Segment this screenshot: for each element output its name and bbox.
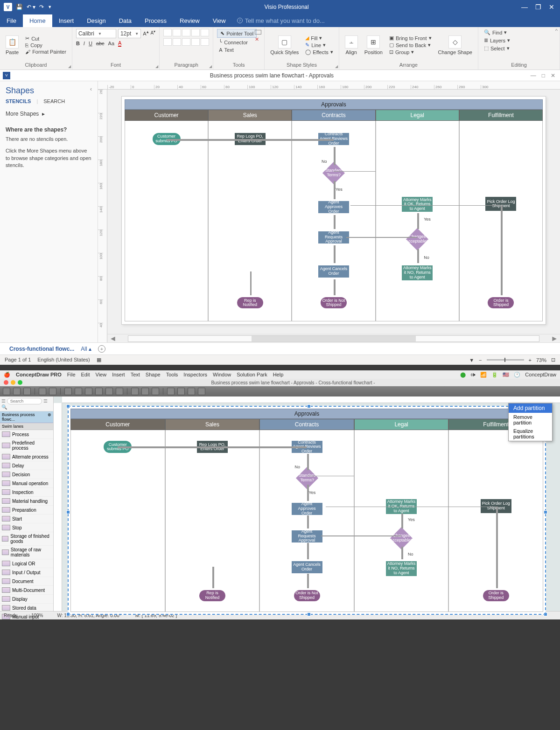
ellipse-icon[interactable] — [116, 388, 123, 395]
paste-button[interactable]: 📋 Paste — [4, 35, 21, 55]
zoom-in-icon[interactable]: + — [529, 357, 532, 363]
wifi-icon[interactable]: 📶 — [480, 372, 487, 378]
library-item[interactable]: Stored data — [0, 604, 53, 612]
stencils-tab[interactable]: STENCILS — [6, 98, 31, 104]
resize-handle[interactable] — [544, 510, 547, 514]
cut-button[interactable]: ✂Cut — [23, 35, 68, 42]
flowchart-shape[interactable]: Attorney Marks it OK, Returns to Agent — [402, 197, 433, 212]
library-item[interactable]: Decision — [0, 470, 53, 479]
align-bottom-icon[interactable] — [182, 29, 190, 36]
quick-styles-button[interactable]: ▢Quick Styles — [268, 35, 301, 55]
menu-tools[interactable]: Tools — [166, 372, 178, 377]
menu-edit[interactable]: Edit — [81, 372, 90, 377]
zoom-in-icon[interactable] — [131, 388, 139, 395]
dialog-launcher-icon[interactable]: ◢ — [335, 64, 338, 69]
canvas[interactable]: ApprovalsCustomerSalesContractsLegalFulf… — [107, 90, 560, 334]
collapse-pane-icon[interactable]: ‹ — [90, 86, 92, 92]
lane-header[interactable]: Customer — [125, 110, 208, 121]
bring-front-button[interactable]: ▣Bring to Front ▾ — [387, 35, 434, 42]
find-button[interactable]: 🔍Find ▾ — [482, 29, 509, 36]
library-item[interactable]: Display — [0, 595, 53, 604]
resize-handle[interactable] — [66, 404, 70, 408]
more-shapes-menu[interactable]: More Shapes ▸ — [6, 111, 92, 117]
add-page-button[interactable]: + — [98, 345, 105, 353]
zoom-out-icon[interactable] — [141, 388, 149, 395]
library-item[interactable]: Manual operation — [0, 479, 53, 488]
dialog-launcher-icon[interactable]: ◢ — [68, 64, 71, 69]
cd-category-header[interactable]: Swim lanes — [0, 423, 53, 430]
grow-font-icon[interactable]: A▴ — [143, 29, 148, 38]
scroll-left-icon[interactable]: ◄ — [107, 334, 119, 343]
resize-handle[interactable] — [66, 612, 70, 616]
lane-header[interactable]: Contracts — [259, 419, 354, 430]
change-shape-button[interactable]: ◇Change Shape — [436, 35, 474, 55]
menu-text[interactable]: Text — [131, 372, 140, 377]
rectangle-tool-icon[interactable] — [255, 30, 261, 35]
text-tool-button[interactable]: AText — [217, 47, 236, 53]
fit-page-icon[interactable]: ⊡ — [551, 357, 555, 363]
doc-restore-icon[interactable]: □ — [542, 72, 545, 79]
flowchart-shape[interactable]: Attorney Marks it NO, Returns to Agent — [402, 265, 433, 280]
library-item[interactable]: Material handling — [0, 497, 53, 506]
tab-home[interactable]: Home — [23, 14, 52, 27]
flowchart-shape[interactable]: Attorney Marks it NO, Returns to Agent — [386, 561, 417, 576]
tab-data[interactable]: Data — [112, 14, 138, 27]
library-item[interactable]: Inspection — [0, 488, 53, 497]
collapse-ribbon-icon[interactable]: ^ — [555, 28, 558, 34]
group-button[interactable]: ⊡Group ▾ — [387, 49, 434, 56]
record-macro-icon[interactable]: ▦ — [97, 357, 101, 363]
group-icon[interactable] — [177, 388, 185, 395]
back-icon[interactable] — [198, 388, 205, 395]
flowchart-shape[interactable]: Agent Approves Order — [292, 503, 322, 515]
layers-button[interactable]: ≣Layers ▾ — [482, 37, 512, 44]
lane-header[interactable]: Contracts — [292, 110, 375, 121]
undo-icon[interactable] — [39, 388, 46, 395]
library-search-input[interactable] — [7, 398, 42, 404]
connector-icon[interactable] — [75, 388, 82, 395]
swimlane-lane[interactable] — [125, 121, 208, 321]
strike-button[interactable]: abc — [96, 41, 105, 46]
align-button[interactable]: ⫠Align — [343, 35, 360, 55]
library-item[interactable]: Storage of raw materials — [0, 546, 53, 559]
italic-button[interactable]: I — [84, 41, 85, 46]
shrink-font-icon[interactable]: A▾ — [151, 29, 156, 38]
close-icon[interactable] — [4, 380, 8, 385]
swimlane-lane[interactable] — [70, 430, 165, 612]
font-family-select[interactable]: Calibri▼ — [76, 29, 116, 38]
menu-window[interactable]: Window — [213, 372, 231, 377]
filter-icon[interactable]: ☰ — [43, 398, 48, 403]
search-icon[interactable]: 🔍 — [1, 404, 7, 410]
drawing-page[interactable]: ApprovalsCustomerSalesContractsLegalFulf… — [121, 96, 546, 325]
scroll-right-icon[interactable]: ► — [549, 334, 560, 343]
align-middle-icon[interactable] — [173, 29, 181, 36]
zoom-out-icon[interactable]: − — [479, 357, 482, 363]
menu-help[interactable]: Help — [273, 372, 284, 377]
menu-inspectors[interactable]: Inspectors — [183, 372, 207, 377]
flowchart-shape[interactable]: Agent Approves Order — [318, 201, 349, 213]
tab-insert[interactable]: Insert — [52, 14, 81, 27]
bullets-icon[interactable] — [191, 29, 200, 36]
select-button[interactable]: ⬚Select ▾ — [482, 45, 511, 52]
qat-customize-icon[interactable]: ▼ — [48, 5, 52, 9]
indent-inc-icon[interactable] — [201, 38, 209, 46]
horizontal-scrollbar[interactable]: ◄ ► — [107, 334, 560, 342]
tab-view[interactable]: View — [206, 14, 232, 27]
flowchart-shape[interactable]: Order is Shipped — [483, 590, 509, 601]
flowchart-shape[interactable]: Agent Requests Approval — [318, 231, 349, 243]
library-item[interactable]: Predefined process — [0, 439, 53, 452]
text-direction-icon[interactable] — [201, 29, 209, 36]
close-icon[interactable]: ✕ — [549, 3, 554, 11]
lane-header[interactable]: Sales — [165, 419, 260, 430]
tab-review[interactable]: Review — [173, 14, 206, 27]
save-icon[interactable] — [23, 388, 31, 395]
align-left-icon[interactable] — [163, 38, 172, 46]
minimize-icon[interactable]: — — [521, 3, 528, 11]
position-button[interactable]: ⊞Position — [363, 35, 385, 55]
effects-button[interactable]: ◯Effects ▾ — [303, 49, 335, 56]
resize-handle[interactable] — [66, 510, 70, 514]
lane-header[interactable]: Fulfillment — [459, 110, 543, 121]
copy-button[interactable]: ⎘Copy — [23, 42, 68, 49]
send-back-button[interactable]: ▢Send to Back ▾ — [387, 42, 434, 49]
apple-icon[interactable]: 🍎 — [4, 372, 10, 378]
fill-button[interactable]: ◢Fill ▾ — [303, 35, 335, 42]
